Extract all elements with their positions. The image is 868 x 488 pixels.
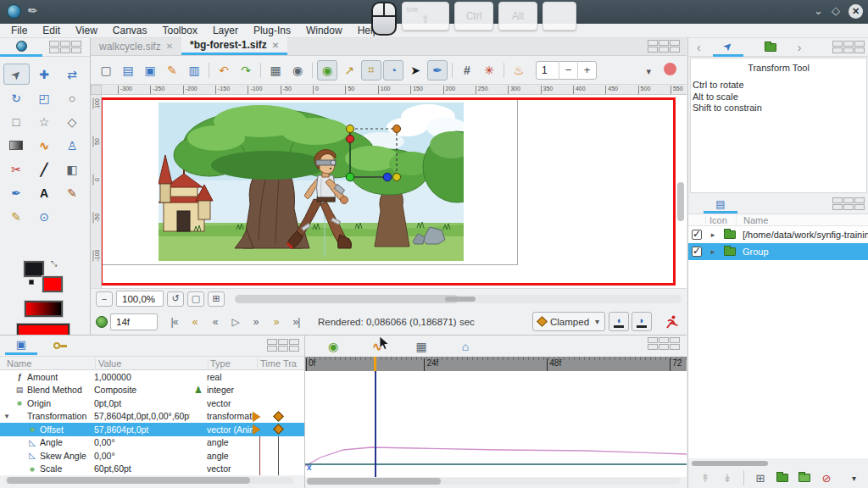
toggle-tangent-handles[interactable]: ⌗ bbox=[361, 60, 381, 80]
redo-button[interactable]: ↷ bbox=[236, 60, 256, 80]
menu-item[interactable]: Plug-Ins bbox=[246, 24, 298, 38]
polygon-tool[interactable]: ◇ bbox=[59, 111, 86, 132]
quality-spinner[interactable]: 1 − + bbox=[536, 61, 597, 80]
fill-tool[interactable]: ◧ bbox=[59, 158, 86, 180]
circle-tool[interactable]: ○ bbox=[59, 87, 86, 108]
current-time-field[interactable]: 14f bbox=[110, 313, 158, 330]
canvas-viewport[interactable] bbox=[102, 95, 687, 288]
tab-layers[interactable]: ▤ bbox=[704, 197, 737, 214]
close-tab-icon[interactable]: ✕ bbox=[166, 42, 173, 51]
tab-library[interactable]: ⌂ bbox=[453, 337, 478, 356]
timetrack-arrow[interactable] bbox=[253, 412, 260, 422]
tab-tool-options[interactable]: ➤ bbox=[713, 38, 743, 57]
prev-frame-button[interactable]: « bbox=[206, 313, 224, 330]
scissors-tool[interactable]: ✂ bbox=[3, 158, 30, 180]
layer-visibility-checkbox[interactable] bbox=[692, 247, 702, 257]
menu-item[interactable]: Layer bbox=[205, 24, 246, 38]
canvas-vertical-scrollbar[interactable] bbox=[677, 182, 684, 221]
param-scale[interactable]: ● Scale 60pt,60pt vector bbox=[0, 463, 304, 476]
width-tool[interactable]: ✎ bbox=[3, 206, 30, 227]
maximize-button[interactable]: ◇ bbox=[832, 3, 840, 19]
fit-canvas-button[interactable]: ▢ bbox=[187, 291, 204, 307]
undo-button[interactable]: ↶ bbox=[214, 60, 234, 80]
menu-item[interactable]: View bbox=[68, 24, 105, 38]
params-horizontal-scrollbar[interactable] bbox=[5, 477, 293, 484]
toggle-duck-cursor[interactable]: ➤ bbox=[405, 60, 426, 80]
tab-canvas-browser[interactable]: ▦ bbox=[409, 337, 434, 356]
menu-item[interactable]: Toolbox bbox=[155, 24, 205, 38]
param-skew-angle[interactable]: ◺ Skew Angle 0,00° angle bbox=[0, 449, 304, 463]
zoom-out-button[interactable]: − bbox=[96, 291, 113, 307]
param-origin[interactable]: ● Origin 0pt,0pt vector bbox=[0, 396, 304, 410]
save-as-button[interactable]: ✎ bbox=[162, 60, 182, 80]
toggle-snap-button[interactable]: ✳ bbox=[479, 60, 499, 80]
low-res-button[interactable]: ⊞ bbox=[208, 291, 225, 307]
time-cursor[interactable] bbox=[374, 357, 376, 371]
param-offset[interactable]: ● Offset 57,8604pt,0pt vector (Anima bbox=[0, 423, 304, 436]
expander-icon[interactable]: ▸ bbox=[707, 230, 719, 239]
toggle-angle-handles[interactable]: ✒ bbox=[427, 60, 448, 80]
tab-navigator[interactable]: ◉ bbox=[320, 337, 346, 356]
seek-next-keyframe-button[interactable]: » bbox=[267, 313, 285, 330]
toggle-position-handles[interactable]: ◉ bbox=[317, 60, 337, 80]
seek-prev-keyframe-button[interactable]: « bbox=[186, 313, 203, 330]
gradient-swatch[interactable] bbox=[25, 301, 63, 317]
scale-tool[interactable]: ◰ bbox=[31, 87, 58, 108]
menu-item[interactable]: Window bbox=[298, 24, 350, 38]
onion-skin-button[interactable]: ♨ bbox=[509, 60, 529, 80]
swap-colors-icon[interactable]: ⤡ bbox=[51, 259, 57, 269]
param-amount[interactable]: ƒ Amount 1,000000 real bbox=[0, 370, 304, 384]
toggle-radius-handles[interactable]: ◔ bbox=[383, 60, 403, 80]
future-keyframe-lock-button[interactable]: ◗ bbox=[632, 312, 652, 331]
seek-begin-button[interactable]: |« bbox=[165, 313, 183, 330]
param-angle[interactable]: ◺ Angle 0,00° angle bbox=[0, 436, 304, 450]
save-button[interactable]: ▣ bbox=[140, 60, 160, 80]
sketch-tool[interactable]: ✎ bbox=[59, 182, 86, 203]
toolbar-overflow-arrow[interactable]: ▾ bbox=[646, 66, 651, 77]
past-keyframe-lock-button[interactable]: ◖ bbox=[609, 312, 629, 331]
ungroup-layers-button[interactable] bbox=[796, 469, 813, 486]
background-color-swatch[interactable] bbox=[42, 276, 63, 292]
curves-horizontal-scrollbar[interactable] bbox=[307, 478, 680, 485]
layers-horizontal-scrollbar[interactable] bbox=[692, 461, 768, 466]
transform-tool[interactable]: ➤ bbox=[3, 64, 30, 85]
smooth-move-tool[interactable]: ✚ bbox=[31, 64, 58, 85]
brush-tool[interactable]: ╱ bbox=[31, 158, 58, 180]
next-frame-button[interactable]: » bbox=[247, 313, 264, 330]
gradient-tool[interactable] bbox=[3, 135, 30, 156]
curve-area[interactable]: x bbox=[305, 371, 687, 477]
close-button[interactable]: ✕ bbox=[849, 4, 863, 19]
param-blend-method[interactable]: ▤ Blend Method Composite ♟ integer bbox=[0, 384, 304, 397]
play-button[interactable]: ▷ bbox=[226, 313, 244, 330]
waypoint-icon[interactable] bbox=[273, 411, 284, 422]
tab-params[interactable]: ▣ bbox=[5, 336, 37, 355]
layers-menu-arrow[interactable]: ▾ bbox=[852, 474, 856, 483]
seek-end-button[interactable]: »| bbox=[287, 313, 305, 330]
new-doc-button[interactable]: ▢ bbox=[96, 60, 116, 80]
quality-plus-button[interactable]: + bbox=[577, 61, 596, 80]
render-button[interactable]: ▦ bbox=[265, 60, 286, 80]
menu-item[interactable]: File bbox=[3, 24, 35, 38]
save-all-button[interactable]: ▥ bbox=[184, 60, 204, 80]
shade-window-button[interactable]: ⌄ bbox=[814, 3, 823, 19]
tab-walkcycle[interactable]: walkcycle.sifz✕ bbox=[91, 37, 181, 55]
animate-editing-mode-button[interactable] bbox=[661, 313, 682, 331]
canvas-horizontal-scrollbar[interactable] bbox=[235, 295, 682, 303]
open-button[interactable]: ▤ bbox=[118, 60, 138, 80]
spline-tool[interactable]: ∿ bbox=[31, 135, 58, 156]
new-layer-button[interactable]: ⊞ bbox=[752, 469, 769, 486]
cutout-tool[interactable]: ♙ bbox=[59, 135, 86, 156]
rectangle-tool[interactable]: □ bbox=[3, 111, 30, 132]
menu-item[interactable]: Canvas bbox=[105, 24, 155, 38]
preview-button[interactable]: ◉ bbox=[287, 60, 308, 80]
next-tab-arrow[interactable]: › bbox=[798, 41, 802, 54]
star-tool[interactable]: ☆ bbox=[31, 111, 58, 132]
toggle-vertex-handles[interactable]: ↗ bbox=[339, 60, 359, 80]
layer-row-group[interactable]: ▸ Group bbox=[688, 243, 868, 260]
tab-canvases[interactable] bbox=[755, 38, 786, 57]
timebar[interactable]: 0f24f48f72 bbox=[305, 357, 687, 371]
waypoint-icon[interactable] bbox=[273, 424, 284, 435]
animate-mode-indicator[interactable] bbox=[664, 63, 676, 75]
zoom-level-field[interactable]: 100,0% bbox=[116, 291, 164, 307]
group-layers-button[interactable] bbox=[774, 469, 791, 486]
